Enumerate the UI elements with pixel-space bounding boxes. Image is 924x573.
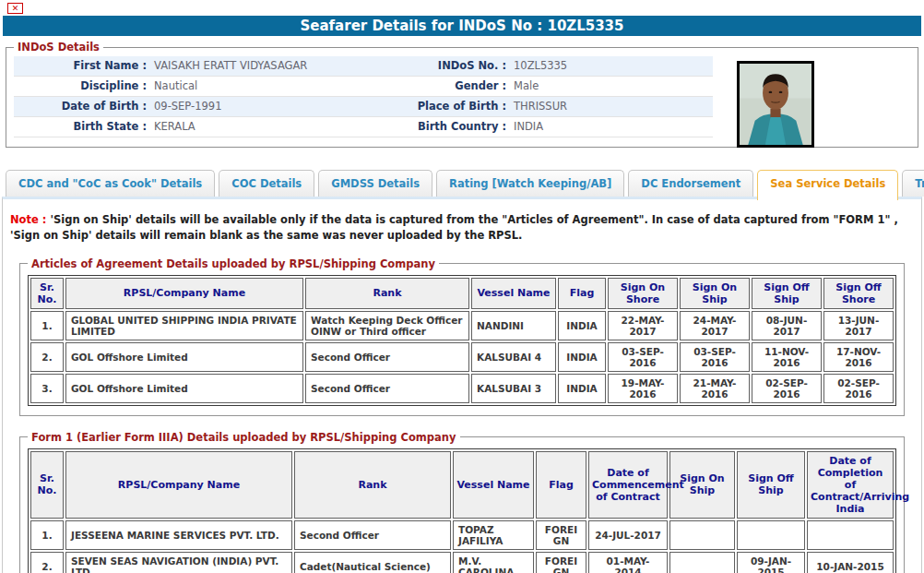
table-row: 1.GLOBAL UNITED SHIPPING INDIA PRIVATE L… [30,311,894,340]
table-row: 2.GOL Offshore LimitedSecond OfficerKALS… [30,342,894,372]
form1-section: Form 1 (Earlier Form IIIA) Details uploa… [19,431,905,573]
tab-coc-details[interactable]: COC Details [219,170,314,197]
field-label: Birth Country : [369,117,512,137]
table-cell: 09-JAN-2015 [737,552,805,573]
field-label: Discipline : [14,77,152,96]
table-cell: 02-SEP-2016 [752,374,822,403]
indos-field-row: First Name :VAISAKH ERATT VIDYASAGARINDo… [14,56,713,77]
table-cell: GOL Offshore Limited [65,342,303,372]
indos-fields: First Name :VAISAKH ERATT VIDYASAGARINDo… [14,56,713,137]
field-value: Nautical [152,77,369,96]
table-cell: 03-SEP-2016 [608,342,678,372]
table-cell: 1. [30,520,64,550]
column-header: Sign Off Ship [737,451,805,519]
table-cell: 22-MAY-2017 [608,311,678,340]
column-header: Sign Off Ship [752,278,822,309]
field-label: Date of Birth : [14,97,152,116]
field-value: INDIA [512,117,713,137]
table-cell: INDIA [558,342,606,372]
table-cell [669,552,735,573]
tab-dc-endorsement[interactable]: DC Endorsement [628,170,753,197]
table-cell: Second Officer [305,342,469,372]
tab-training-details[interactable]: Training Details [902,170,924,197]
table-cell: GOL Offshore Limited [65,374,303,403]
table-cell: Second Officer [294,520,451,550]
column-header: Flag [536,451,586,519]
broken-image-icon: ✕ [7,3,23,14]
field-value: THRISSUR [512,97,713,116]
table-cell: JESSEENA MARINE SERVICES PVT. LTD. [65,520,292,550]
table-cell: 17-NOV-2016 [823,342,894,372]
field-label: Gender : [369,77,512,96]
table-cell: INDIA [558,374,606,403]
table-cell: NANDINI [471,311,556,340]
table-cell: 2. [30,552,64,573]
field-label: First Name : [14,56,152,76]
table-cell: 19-MAY-2016 [608,374,678,403]
table-cell: KALSUBAI 4 [471,342,556,372]
note-text: Note : 'Sign on Ship' details will be av… [10,212,914,245]
table-cell [737,520,805,550]
note-label: Note : [10,213,46,226]
column-header: Flag [558,278,606,309]
seafarer-photo-image [740,64,811,145]
column-header: Vessel Name [453,451,534,519]
table-cell: Watch Keeping Deck Officer OINW or Third… [305,311,469,340]
table-cell: 01-MAY-2014 [588,552,668,573]
indos-details-section: INDoS Details First Name :VAISAKH ERATT … [6,41,918,148]
table-cell: SEVEN SEAS NAVIGATION (INDIA) PVT. LTD. [65,552,292,573]
articles-legend: Articles of Agreement Details uploaded b… [28,257,439,270]
table-cell: 03-SEP-2016 [680,342,750,372]
indos-details-legend: INDoS Details [14,41,103,54]
page-title: Seafarer Details for INDoS No : 10ZL5335 [3,16,921,36]
field-value: Male [512,77,713,96]
table-cell: FOREIGN [536,552,586,573]
field-value: KERALA [152,117,369,137]
indos-field-row: Birth State :KERALABirth Country :INDIA [14,117,713,137]
field-label: Birth State : [14,117,152,137]
table-cell: INDIA [558,311,606,340]
note-body: 'Sign on Ship' details will be available… [10,213,898,242]
tab-gmdss-details[interactable]: GMDSS Details [318,170,432,197]
table-cell: 11-NOV-2016 [752,342,822,372]
tab-sea-service-details[interactable]: Sea Service Details [757,170,898,200]
field-value: 09-SEP-1991 [152,97,369,116]
table-cell: 21-MAY-2016 [680,374,750,403]
table-cell: 13-JUN-2017 [823,311,894,340]
table-row: 3.GOL Offshore LimitedSecond OfficerKALS… [30,374,894,403]
table-cell: KALSUBAI 3 [471,374,556,403]
tab-rating-watch-keeping-ab[interactable]: Rating [Watch Keeping/AB] [436,170,624,197]
table-cell: Second Officer [305,374,469,403]
table-cell [669,520,735,550]
column-header: Rank [305,278,469,309]
column-header: Date of Completion of Contract/Arriving … [807,451,894,519]
field-label: INDoS No. : [369,56,512,76]
indos-field-row: Date of Birth :09-SEP-1991Place of Birth… [14,97,713,117]
sea-service-details-panel: Note : 'Sign on Ship' details will be av… [2,197,922,573]
table-cell: 24-JUL-2017 [588,520,668,550]
articles-of-agreement-section: Articles of Agreement Details uploaded b… [19,257,905,416]
column-header: Sign Off Shore [823,278,894,309]
column-header: Sr. No. [30,278,64,309]
column-header: Sr. No. [30,451,64,519]
table-cell: 10-JAN-2015 [807,552,894,573]
data-table: Sr. No.RPSL/Company NameRankVessel NameF… [28,275,896,406]
table-cell: TOPAZ JAFILIYA [453,520,534,550]
column-header: Date of Commencement of Contract [588,451,668,519]
field-label: Place of Birth : [369,97,512,116]
column-header: Vessel Name [471,278,556,309]
column-header: Rank [294,451,451,519]
field-value: VAISAKH ERATT VIDYASAGAR [152,56,369,76]
table-cell: M.V. CAROLINA [453,552,534,573]
table-row: 2.SEVEN SEAS NAVIGATION (INDIA) PVT. LTD… [30,552,894,573]
indos-field-row: Discipline :NauticalGender :Male [14,77,713,97]
column-header: RPSL/Company Name [65,278,303,309]
table-cell: 1. [30,311,64,340]
table-cell: Cadet(Nautical Science) [294,552,451,573]
table-cell: 2. [30,342,64,372]
tab-cdc-and-coc-as-cook-details[interactable]: CDC and "CoC as Cook" Details [6,170,215,197]
table-cell: 02-SEP-2016 [823,374,894,403]
data-table: Sr. No.RPSL/Company NameRankVessel NameF… [28,448,896,573]
table-cell: GLOBAL UNITED SHIPPING INDIA PRIVATE LIM… [65,311,303,340]
form1-legend: Form 1 (Earlier Form IIIA) Details uploa… [28,431,460,444]
